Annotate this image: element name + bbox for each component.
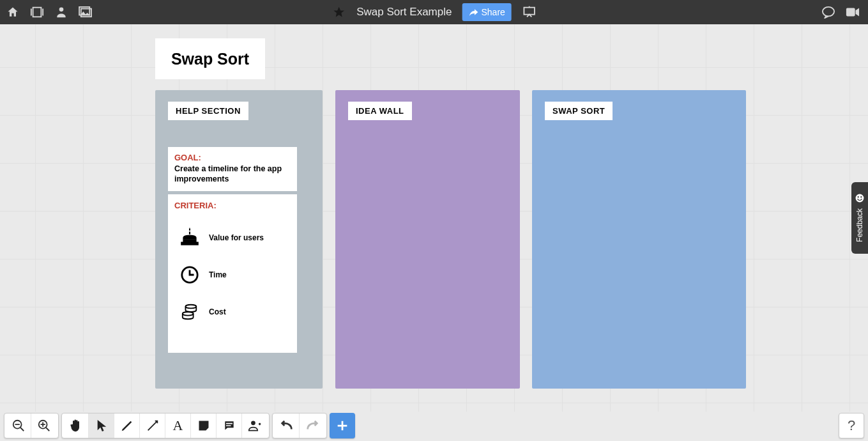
svg-point-5 [823, 7, 834, 17]
home-icon[interactable] [5, 4, 20, 20]
criteria-row-cost: Cost [174, 293, 291, 330]
criteria-row-time: Time [174, 256, 291, 293]
smile-icon [855, 194, 864, 205]
column-idea-header[interactable]: IDEA WALL [348, 102, 412, 120]
column-help-header[interactable]: HELP SECTION [168, 102, 248, 120]
redo-button[interactable] [300, 414, 325, 438]
text-tool[interactable]: A [165, 414, 191, 438]
topbar-left [5, 4, 93, 20]
criteria-cost-label: Cost [209, 307, 226, 316]
bottom-toolbar: A [4, 413, 355, 438]
topbar-center: Swap Sort Example Share [331, 0, 537, 24]
canvas[interactable]: Swap Sort HELP SECTION GOAL: Create a ti… [0, 24, 868, 412]
board-title-card[interactable]: Swap Sort [155, 38, 265, 79]
share-button[interactable]: Share [462, 3, 511, 21]
svg-point-10 [183, 312, 194, 316]
svg-point-9 [185, 305, 196, 309]
images-icon[interactable] [78, 4, 93, 20]
goal-card[interactable]: GOAL: Create a timeline for the app impr… [168, 147, 297, 191]
line-tool[interactable] [140, 414, 165, 438]
svg-rect-0 [33, 8, 42, 17]
undo-button[interactable] [274, 414, 300, 438]
cake-icon [174, 227, 205, 249]
criteria-row-value: Value for users [174, 219, 291, 256]
criteria-card[interactable]: CRITERIA: Value for users Time Cost [168, 194, 297, 353]
select-tool[interactable] [89, 414, 114, 438]
svg-rect-6 [846, 8, 855, 17]
svg-point-13 [860, 196, 862, 197]
zoom-group [4, 413, 59, 438]
svg-point-16 [251, 421, 255, 425]
help-button[interactable]: ? [839, 413, 864, 438]
board-title[interactable]: Swap Sort Example [356, 6, 452, 19]
people-icon[interactable] [54, 4, 69, 20]
criteria-value-label: Value for users [209, 233, 264, 242]
sticky-note-tool[interactable] [191, 414, 217, 438]
tools-group: A [61, 413, 270, 438]
present-icon[interactable] [522, 4, 537, 20]
zoom-in-button[interactable] [31, 414, 57, 438]
add-button[interactable] [330, 413, 355, 438]
svg-point-11 [856, 194, 864, 203]
favorite-star-icon[interactable] [331, 4, 346, 20]
goal-heading: GOAL: [174, 152, 291, 164]
svg-rect-4 [524, 8, 535, 15]
comment-tool[interactable] [217, 414, 242, 438]
boards-icon[interactable] [29, 4, 45, 20]
history-group [272, 413, 327, 438]
video-icon[interactable] [845, 4, 860, 20]
pencil-tool[interactable] [114, 414, 140, 438]
column-swap-sort[interactable]: SWAP SORT [532, 90, 746, 389]
column-swap-header[interactable]: SWAP SORT [545, 102, 613, 120]
zoom-out-button[interactable] [6, 414, 31, 438]
add-person-tool[interactable] [242, 414, 268, 438]
criteria-time-label: Time [209, 270, 227, 279]
chat-icon[interactable] [821, 4, 836, 20]
top-bar: Swap Sort Example Share [0, 0, 868, 24]
pan-tool[interactable] [63, 414, 89, 438]
column-help[interactable]: HELP SECTION GOAL: Create a timeline for… [155, 90, 323, 389]
topbar-right [821, 0, 860, 24]
feedback-label: Feedback [855, 208, 864, 242]
share-label: Share [481, 7, 505, 17]
column-idea-wall[interactable]: IDEA WALL [335, 90, 520, 389]
criteria-heading: CRITERIA: [174, 201, 291, 210]
svg-point-1 [59, 8, 64, 12]
goal-text: Create a timeline for the app improvemen… [174, 164, 291, 185]
clock-icon [174, 265, 205, 284]
svg-point-12 [858, 196, 859, 197]
feedback-tab[interactable]: Feedback [851, 182, 868, 254]
coins-icon [174, 303, 205, 321]
